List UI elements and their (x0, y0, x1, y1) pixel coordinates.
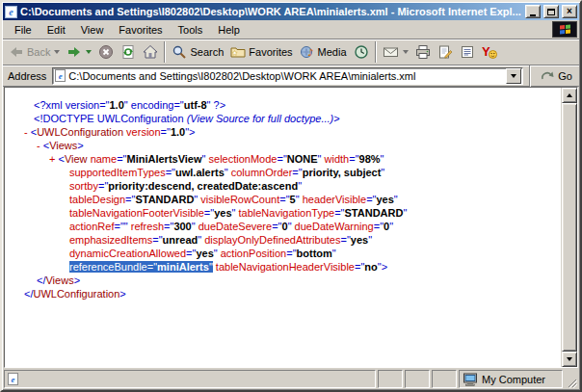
favorites-button[interactable]: Favorites (227, 42, 295, 62)
xml-line: - <UWLConfiguration version="1.0"> (5, 125, 561, 139)
toolbar-separator (529, 65, 531, 87)
media-icon: ♪ (300, 44, 315, 60)
menu-item-view[interactable]: View (73, 22, 112, 38)
resize-grip[interactable] (565, 370, 577, 388)
my-computer-icon (463, 373, 478, 386)
svg-text:♪: ♪ (307, 47, 313, 58)
xml-line: </Views> (5, 274, 561, 287)
stop-button[interactable] (95, 42, 117, 62)
xml-line: emphasizedItems="unread" displayOnlyDefi… (5, 233, 561, 247)
go-button-label: Go (558, 70, 572, 82)
mail-icon (383, 44, 399, 60)
address-input[interactable]: e C:\Documents and Settings\I802802\Desk… (52, 67, 523, 85)
search-button-label: Search (190, 46, 224, 58)
go-button[interactable]: Go (537, 68, 576, 84)
print-icon (415, 44, 431, 60)
print-button[interactable] (412, 42, 434, 62)
status-pane (432, 370, 457, 388)
ie-throbber (552, 21, 577, 38)
address-label: Address (6, 70, 48, 82)
grip-lines-icon (567, 378, 577, 388)
yahoo-messenger-icon: Y (482, 44, 498, 60)
xml-line: <!DOCTYPE UWLConfiguration (View Source … (5, 112, 561, 125)
search-icon (172, 44, 187, 60)
favorites-icon (230, 44, 246, 60)
mail-button[interactable] (380, 42, 411, 62)
address-value[interactable]: C:\Documents and Settings\I802802\Deskto… (68, 70, 503, 82)
scroll-down-button[interactable] (562, 352, 577, 367)
address-dropdown-button[interactable] (506, 68, 521, 84)
mail-dropdown-icon[interactable] (403, 50, 409, 54)
menu-item-edit[interactable]: Edit (40, 22, 73, 38)
close-button[interactable]: × (562, 5, 577, 18)
vertical-scrollbar[interactable] (561, 88, 577, 367)
xml-line: actionRef="" refresh="300" dueDateSevere… (5, 220, 561, 233)
menu-item-tools[interactable]: Tools (171, 22, 211, 38)
windows-logo-icon (560, 24, 570, 34)
xml-line: <?xml version="1.0" encoding="utf-8" ?> (5, 98, 561, 112)
triangle-down-icon (567, 357, 572, 361)
collapse-icon[interactable]: - (24, 126, 31, 138)
scroll-up-button[interactable] (562, 88, 577, 103)
status-main-pane: e (4, 370, 376, 388)
back-arrow-icon (9, 44, 24, 60)
menu-bar-items: FileEditViewFavoritesToolsHelp (7, 22, 552, 38)
edit-icon (437, 44, 453, 60)
status-bar: e My Computer (3, 368, 579, 389)
minimize-icon (530, 14, 536, 16)
title-bar[interactable]: e C:\Documents and Settings\I802802\Desk… (3, 3, 579, 20)
document-viewport: <?xml version="1.0" encoding="utf-8" ?><… (4, 87, 578, 368)
history-button[interactable] (351, 42, 372, 62)
toolbar-separator (164, 41, 166, 63)
menu-item-help[interactable]: Help (210, 22, 248, 38)
security-zone-pane: My Computer (459, 370, 563, 388)
back-button[interactable]: Back (6, 42, 63, 62)
home-icon (143, 44, 158, 60)
maximize-icon (547, 9, 555, 15)
discuss-button[interactable] (457, 42, 478, 62)
scrollbar-thumb[interactable] (562, 103, 577, 352)
edit-button[interactable] (435, 42, 456, 62)
messenger-button[interactable]: Y (479, 42, 501, 62)
selected-attribute: referenceBundle (69, 261, 147, 273)
close-icon: × (567, 7, 572, 16)
minimize-button[interactable] (525, 5, 541, 18)
collapse-icon[interactable]: - (37, 140, 43, 151)
xml-line: supportedItemTypes="uwl.alerts" columnOr… (5, 166, 561, 179)
browser-window: e C:\Documents and Settings\I802802\Desk… (0, 0, 582, 392)
chevron-down-icon (511, 74, 516, 78)
menu-item-file[interactable]: File (7, 22, 40, 38)
menu-item-favorites[interactable]: Favorites (111, 22, 170, 38)
xml-line: </UWLConfiguration> (5, 287, 561, 301)
search-button[interactable]: Search (169, 42, 226, 62)
maximize-button[interactable] (543, 5, 559, 18)
security-zone-label: My Computer (482, 374, 545, 385)
xml-line: referenceBundle="miniAlerts" tableNaviga… (5, 260, 561, 274)
forward-button[interactable] (64, 42, 94, 62)
favorites-button-label: Favorites (249, 46, 292, 58)
xml-line: + <View name="MiniAlertsView" selectionM… (5, 152, 561, 166)
ie-app-icon: e (5, 6, 17, 18)
media-button-label: Media (318, 46, 347, 58)
selected-attribute: miniAlerts (157, 261, 209, 273)
history-icon (354, 44, 369, 60)
discuss-icon (460, 44, 475, 60)
forward-dropdown-icon[interactable] (86, 50, 92, 54)
go-arrow-icon (541, 69, 555, 83)
selected-attribute: =" (147, 261, 157, 273)
forward-arrow-icon (66, 44, 82, 60)
refresh-icon (120, 44, 136, 60)
xml-document: <?xml version="1.0" encoding="utf-8" ?><… (5, 88, 561, 367)
back-dropdown-icon[interactable] (54, 50, 60, 54)
xml-line: sortby="priority:descend, createdDate:as… (5, 179, 561, 193)
ie-page-icon: e (55, 69, 66, 82)
toolbar-separator (375, 41, 377, 63)
window-title: C:\Documents and Settings\I802802\Deskto… (20, 6, 522, 17)
status-pane (378, 370, 403, 388)
refresh-button[interactable] (118, 42, 139, 62)
xml-line: - <Views> (5, 139, 561, 152)
back-button-label: Back (27, 46, 50, 58)
home-button[interactable] (140, 42, 161, 62)
address-bar: Address e C:\Documents and Settings\I802… (3, 65, 579, 87)
media-button[interactable]: ♪ Media (297, 42, 350, 62)
